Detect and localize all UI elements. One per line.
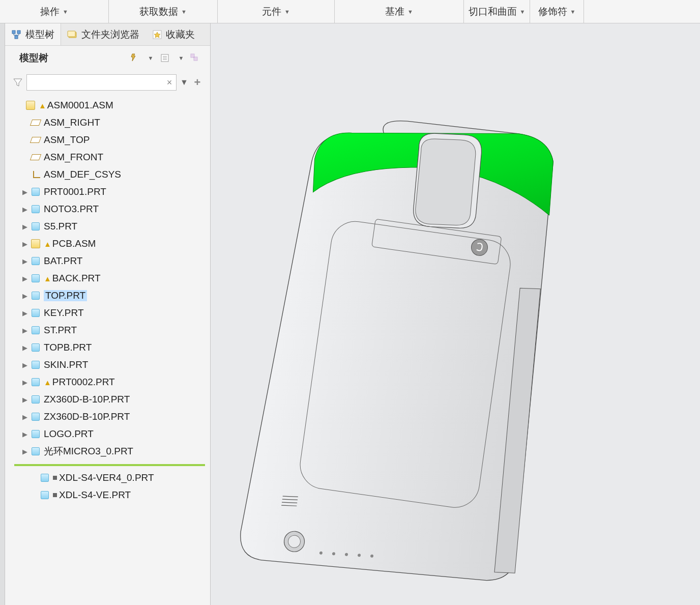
ribbon-item-label: 元件 <box>262 5 281 18</box>
child-node-5[interactable]: ▶NOTO3.PRT <box>5 200 210 218</box>
node-label: ASM_TOP <box>44 134 90 146</box>
tree-header: 模型树 ▼ ▼ <box>5 46 210 70</box>
search-dropdown[interactable]: ▼ <box>180 78 189 87</box>
svg-rect-12 <box>194 57 197 61</box>
prt-icon <box>40 473 50 483</box>
expand-icon[interactable]: ▶ <box>20 188 30 196</box>
child-node-13[interactable]: ▶TOPB.PRT <box>5 339 210 356</box>
expand-icon[interactable]: ▶ <box>20 448 30 455</box>
display-options-button[interactable] <box>157 50 172 66</box>
child-node-3[interactable]: ▶ASM_DEF_CSYS <box>5 166 210 183</box>
footer-node-0[interactable]: ▶XDL-S4-VER4_0.PRT <box>14 469 205 486</box>
expand-icon[interactable]: ▶ <box>20 292 30 300</box>
node-label: SKIN.PRT <box>44 359 88 370</box>
node-label: TOP.PRT <box>44 290 87 301</box>
node-label: ST.PRT <box>44 325 77 336</box>
add-button[interactable]: + <box>192 76 203 89</box>
prt-icon <box>31 394 41 405</box>
folder-browser-icon <box>67 29 78 40</box>
tree-footer-group: ▶XDL-S4-VER4_0.PRT▶XDL-S4-VE.PRT <box>14 464 205 504</box>
expand-icon[interactable]: ▶ <box>20 430 30 438</box>
tree-title: 模型树 <box>19 51 127 65</box>
tools-settings-button[interactable] <box>127 50 142 66</box>
tools-settings-dropdown[interactable]: ▼ <box>142 50 157 66</box>
tab-folder-browser[interactable]: 文件夹浏览器 <box>61 23 145 45</box>
expand-icon[interactable]: ▶ <box>20 361 30 369</box>
warning-icon: ▲ <box>44 240 51 248</box>
node-label: XDL-S4-VER4_0.PRT <box>59 472 154 483</box>
child-node-7[interactable]: ▶▲PCB.ASM <box>5 235 210 252</box>
prt-icon <box>31 256 41 266</box>
ribbon-item-2[interactable]: 元件▼ <box>218 0 335 23</box>
expand-icon[interactable]: ▶ <box>20 327 30 334</box>
expand-icon[interactable]: ▶ <box>20 206 30 213</box>
ribbon-item-1[interactable]: 获取数据▼ <box>109 0 218 23</box>
prt-icon <box>31 187 41 197</box>
child-node-10[interactable]: ▶TOP.PRT <box>5 287 210 304</box>
child-node-6[interactable]: ▶S5.PRT <box>5 218 210 235</box>
expand-icon[interactable]: ▶ <box>20 396 30 404</box>
node-label: NOTO3.PRT <box>44 204 99 215</box>
show-hide-button[interactable] <box>188 50 203 66</box>
footer-node-1[interactable]: ▶XDL-S4-VE.PRT <box>14 486 205 504</box>
expand-icon[interactable]: ▶ <box>20 223 30 231</box>
expand-icon[interactable]: ▶ <box>20 240 30 248</box>
model-tree: ▶▲ASM0001.ASM▶ASM_RIGHT▶ASM_TOP▶ASM_FRON… <box>5 95 210 605</box>
node-label: TOPB.PRT <box>44 342 92 353</box>
node-label: ZX360D-B-10P.PRT <box>44 411 130 422</box>
prt-icon <box>31 273 41 283</box>
child-node-17[interactable]: ▶ZX360D-B-10P.PRT <box>5 408 210 425</box>
display-options-dropdown[interactable]: ▼ <box>172 50 188 66</box>
child-node-1[interactable]: ▶ASM_TOP <box>5 131 210 149</box>
3d-viewport[interactable] <box>211 23 700 605</box>
prt-icon <box>31 412 41 422</box>
expand-icon[interactable]: ▶ <box>20 257 30 265</box>
tab-favorites-label: 收藏夹 <box>166 28 195 41</box>
ribbon-item-3[interactable]: 基准▼ <box>335 0 464 23</box>
node-label: ASM0001.ASM <box>47 100 113 111</box>
ribbon-item-4[interactable]: 切口和曲面▼ <box>464 0 530 23</box>
prt-icon <box>31 429 41 439</box>
ribbon-item-0[interactable]: 操作▼ <box>0 0 109 23</box>
child-node-15[interactable]: ▶▲PRT0002.PRT <box>5 373 210 391</box>
prt-icon <box>31 221 41 232</box>
csys-icon <box>31 169 41 180</box>
ribbon-item-5[interactable]: 修饰符▼ <box>530 0 584 23</box>
tab-model-tree[interactable]: 模型树 <box>5 23 61 45</box>
child-node-12[interactable]: ▶ST.PRT <box>5 322 210 339</box>
child-node-0[interactable]: ▶ASM_RIGHT <box>5 114 210 131</box>
child-node-8[interactable]: ▶BAT.PRT <box>5 252 210 270</box>
chevron-down-icon: ▼ <box>520 9 526 15</box>
search-clear-button[interactable]: × <box>163 77 176 88</box>
ribbon-item-label: 切口和曲面 <box>469 5 517 18</box>
child-node-11[interactable]: ▶KEY.PRT <box>5 304 210 322</box>
node-label: BAT.PRT <box>44 255 82 267</box>
child-node-14[interactable]: ▶SKIN.PRT <box>5 356 210 373</box>
filter-icon[interactable] <box>12 77 23 88</box>
node-label: PCB.ASM <box>52 238 96 249</box>
expand-icon[interactable]: ▶ <box>20 379 30 386</box>
expand-icon[interactable]: ▶ <box>20 413 30 421</box>
ribbon-item-label: 基准 <box>385 5 404 18</box>
node-label: ASM_RIGHT <box>44 117 100 128</box>
search-input[interactable] <box>27 75 163 90</box>
svg-rect-4 <box>68 31 75 37</box>
tab-favorites[interactable]: 收藏夹 <box>145 23 201 45</box>
child-node-16[interactable]: ▶ZX360D-B-10P.PRT <box>5 391 210 408</box>
ribbon-item-label: 修饰符 <box>538 5 567 18</box>
child-node-4[interactable]: ▶PRT0001.PRT <box>5 183 210 200</box>
chevron-down-icon: ▼ <box>63 9 68 15</box>
node-label: LOGO.PRT <box>44 428 94 440</box>
child-node-9[interactable]: ▶▲BACK.PRT <box>5 270 210 287</box>
prt-icon <box>31 360 41 370</box>
expand-icon[interactable]: ▶ <box>20 309 30 317</box>
root-node-0[interactable]: ▶▲ASM0001.ASM <box>5 97 210 114</box>
expand-icon[interactable]: ▶ <box>20 344 30 352</box>
child-node-19[interactable]: ▶光环MICRO3_0.PRT <box>5 443 210 460</box>
content-area: 模型树 文件夹浏览器 收藏夹 模型树 ▼ <box>0 23 700 605</box>
child-node-2[interactable]: ▶ASM_FRONT <box>5 149 210 166</box>
tab-model-tree-label: 模型树 <box>25 28 54 41</box>
asm-icon <box>31 239 41 249</box>
expand-icon[interactable]: ▶ <box>20 275 30 282</box>
child-node-18[interactable]: ▶LOGO.PRT <box>5 425 210 443</box>
